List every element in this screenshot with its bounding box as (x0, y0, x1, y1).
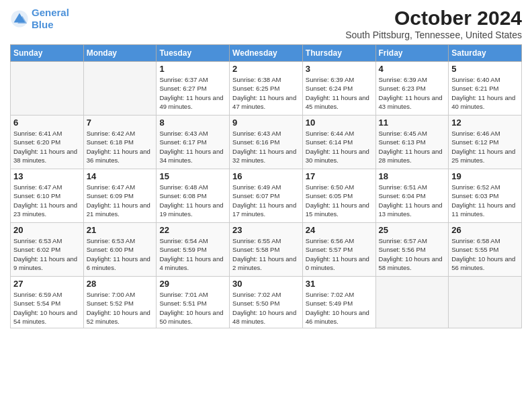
calendar-cell: 9Sunrise: 6:43 AM Sunset: 6:16 PM Daylig… (230, 116, 303, 169)
day-info: Sunrise: 6:57 AM Sunset: 5:56 PM Dayligh… (379, 236, 446, 272)
calendar-week-4: 20Sunrise: 6:53 AM Sunset: 6:02 PM Dayli… (11, 223, 522, 277)
day-info: Sunrise: 6:37 AM Sunset: 6:27 PM Dayligh… (159, 75, 226, 111)
header-row: Sunday Monday Tuesday Wednesday Thursday… (11, 45, 522, 62)
day-info: Sunrise: 6:39 AM Sunset: 6:23 PM Dayligh… (379, 75, 446, 111)
calendar-cell: 7Sunrise: 6:42 AM Sunset: 6:18 PM Daylig… (83, 116, 157, 169)
day-info: Sunrise: 6:53 AM Sunset: 6:02 PM Dayligh… (13, 236, 81, 272)
calendar-cell: 23Sunrise: 6:55 AM Sunset: 5:58 PM Dayli… (230, 223, 303, 277)
day-number: 11 (379, 118, 446, 128)
day-info: Sunrise: 6:39 AM Sunset: 6:24 PM Dayligh… (306, 75, 373, 111)
calendar-cell: 8Sunrise: 6:43 AM Sunset: 6:17 PM Daylig… (157, 116, 230, 169)
day-info: Sunrise: 6:54 AM Sunset: 5:59 PM Dayligh… (159, 236, 226, 272)
day-info: Sunrise: 6:59 AM Sunset: 5:54 PM Dayligh… (13, 290, 81, 326)
calendar-cell: 1Sunrise: 6:37 AM Sunset: 6:27 PM Daylig… (157, 62, 230, 116)
calendar-cell: 4Sunrise: 6:39 AM Sunset: 6:23 PM Daylig… (375, 62, 449, 116)
day-info: Sunrise: 6:38 AM Sunset: 6:25 PM Dayligh… (232, 75, 300, 111)
header: General Blue October 2024 South Pittsbur… (10, 7, 522, 40)
subtitle: South Pittsburg, Tennessee, United State… (345, 30, 522, 40)
day-info: Sunrise: 7:02 AM Sunset: 5:49 PM Dayligh… (306, 290, 373, 326)
day-info: Sunrise: 6:41 AM Sunset: 6:20 PM Dayligh… (13, 129, 81, 165)
col-thursday: Thursday (302, 45, 375, 62)
day-info: Sunrise: 6:58 AM Sunset: 5:55 PM Dayligh… (451, 236, 519, 272)
calendar-cell: 26Sunrise: 6:58 AM Sunset: 5:55 PM Dayli… (449, 223, 522, 277)
calendar-cell: 19Sunrise: 6:52 AM Sunset: 6:03 PM Dayli… (449, 169, 522, 223)
day-info: Sunrise: 6:53 AM Sunset: 6:00 PM Dayligh… (87, 236, 154, 272)
day-number: 26 (451, 225, 519, 235)
day-number: 1 (159, 64, 226, 74)
day-info: Sunrise: 6:43 AM Sunset: 6:16 PM Dayligh… (232, 129, 300, 165)
col-sunday: Sunday (11, 45, 84, 62)
day-number: 13 (13, 171, 81, 181)
day-info: Sunrise: 6:47 AM Sunset: 6:10 PM Dayligh… (13, 183, 81, 218)
calendar-cell: 17Sunrise: 6:50 AM Sunset: 6:05 PM Dayli… (302, 169, 375, 223)
day-number: 2 (232, 64, 300, 74)
main-title: October 2024 (345, 7, 522, 30)
calendar-cell: 30Sunrise: 7:02 AM Sunset: 5:50 PM Dayli… (230, 277, 303, 328)
day-info: Sunrise: 7:00 AM Sunset: 5:52 PM Dayligh… (87, 290, 154, 326)
calendar-cell: 29Sunrise: 7:01 AM Sunset: 5:51 PM Dayli… (157, 277, 230, 328)
calendar-cell: 16Sunrise: 6:49 AM Sunset: 6:07 PM Dayli… (230, 169, 303, 223)
calendar-cell: 2Sunrise: 6:38 AM Sunset: 6:25 PM Daylig… (230, 62, 303, 116)
calendar-cell: 18Sunrise: 6:51 AM Sunset: 6:04 PM Dayli… (375, 169, 449, 223)
calendar-cell: 25Sunrise: 6:57 AM Sunset: 5:56 PM Dayli… (375, 223, 449, 277)
day-number: 17 (306, 171, 373, 181)
day-info: Sunrise: 6:55 AM Sunset: 5:58 PM Dayligh… (232, 236, 300, 272)
calendar-cell: 10Sunrise: 6:44 AM Sunset: 6:14 PM Dayli… (302, 116, 375, 169)
day-number: 12 (451, 118, 519, 128)
logo-line2: Blue (32, 19, 54, 30)
col-saturday: Saturday (449, 45, 522, 62)
day-info: Sunrise: 6:40 AM Sunset: 6:21 PM Dayligh… (451, 75, 519, 111)
day-number: 9 (232, 118, 300, 128)
calendar-week-2: 6Sunrise: 6:41 AM Sunset: 6:20 PM Daylig… (11, 116, 522, 169)
day-info: Sunrise: 6:51 AM Sunset: 6:04 PM Dayligh… (379, 183, 446, 218)
day-number: 29 (159, 279, 226, 289)
day-number: 7 (87, 118, 154, 128)
calendar-cell (449, 277, 522, 328)
day-number: 28 (87, 279, 154, 289)
day-info: Sunrise: 6:46 AM Sunset: 6:12 PM Dayligh… (451, 129, 519, 165)
calendar-cell: 3Sunrise: 6:39 AM Sunset: 6:24 PM Daylig… (302, 62, 375, 116)
day-number: 10 (306, 118, 373, 128)
calendar-cell (83, 62, 157, 116)
calendar-cell: 13Sunrise: 6:47 AM Sunset: 6:10 PM Dayli… (11, 169, 84, 223)
day-number: 6 (13, 118, 81, 128)
day-number: 27 (13, 279, 81, 289)
logo-icon (10, 9, 29, 28)
day-number: 23 (232, 225, 300, 235)
day-number: 5 (451, 64, 519, 74)
day-info: Sunrise: 6:49 AM Sunset: 6:07 PM Dayligh… (232, 183, 300, 218)
calendar-cell: 5Sunrise: 6:40 AM Sunset: 6:21 PM Daylig… (449, 62, 522, 116)
calendar-cell (11, 62, 84, 116)
calendar-cell: 11Sunrise: 6:45 AM Sunset: 6:13 PM Dayli… (375, 116, 449, 169)
calendar-week-3: 13Sunrise: 6:47 AM Sunset: 6:10 PM Dayli… (11, 169, 522, 223)
day-number: 31 (306, 279, 373, 289)
day-number: 16 (232, 171, 300, 181)
calendar-week-5: 27Sunrise: 6:59 AM Sunset: 5:54 PM Dayli… (11, 277, 522, 328)
col-monday: Monday (83, 45, 157, 62)
calendar-cell: 14Sunrise: 6:47 AM Sunset: 6:09 PM Dayli… (83, 169, 157, 223)
day-info: Sunrise: 6:45 AM Sunset: 6:13 PM Dayligh… (379, 129, 446, 165)
day-number: 3 (306, 64, 373, 74)
calendar-week-1: 1Sunrise: 6:37 AM Sunset: 6:27 PM Daylig… (11, 62, 522, 116)
calendar-cell: 31Sunrise: 7:02 AM Sunset: 5:49 PM Dayli… (302, 277, 375, 328)
calendar-cell: 15Sunrise: 6:48 AM Sunset: 6:08 PM Dayli… (157, 169, 230, 223)
day-info: Sunrise: 6:48 AM Sunset: 6:08 PM Dayligh… (159, 183, 226, 218)
day-info: Sunrise: 7:02 AM Sunset: 5:50 PM Dayligh… (232, 290, 300, 326)
day-number: 22 (159, 225, 226, 235)
day-info: Sunrise: 6:43 AM Sunset: 6:17 PM Dayligh… (159, 129, 226, 165)
calendar-cell: 24Sunrise: 6:56 AM Sunset: 5:57 PM Dayli… (302, 223, 375, 277)
calendar-cell: 20Sunrise: 6:53 AM Sunset: 6:02 PM Dayli… (11, 223, 84, 277)
calendar-cell (375, 277, 449, 328)
day-number: 25 (379, 225, 446, 235)
calendar-table: Sunday Monday Tuesday Wednesday Thursday… (10, 44, 522, 328)
calendar-cell: 22Sunrise: 6:54 AM Sunset: 5:59 PM Dayli… (157, 223, 230, 277)
page: General Blue October 2024 South Pittsbur… (0, 0, 532, 411)
title-block: October 2024 South Pittsburg, Tennessee,… (345, 7, 522, 40)
day-info: Sunrise: 6:56 AM Sunset: 5:57 PM Dayligh… (306, 236, 373, 272)
day-number: 21 (87, 225, 154, 235)
calendar-cell: 12Sunrise: 6:46 AM Sunset: 6:12 PM Dayli… (449, 116, 522, 169)
day-info: Sunrise: 6:42 AM Sunset: 6:18 PM Dayligh… (87, 129, 154, 165)
day-number: 24 (306, 225, 373, 235)
day-number: 20 (13, 225, 81, 235)
logo-line1: General (32, 7, 69, 18)
